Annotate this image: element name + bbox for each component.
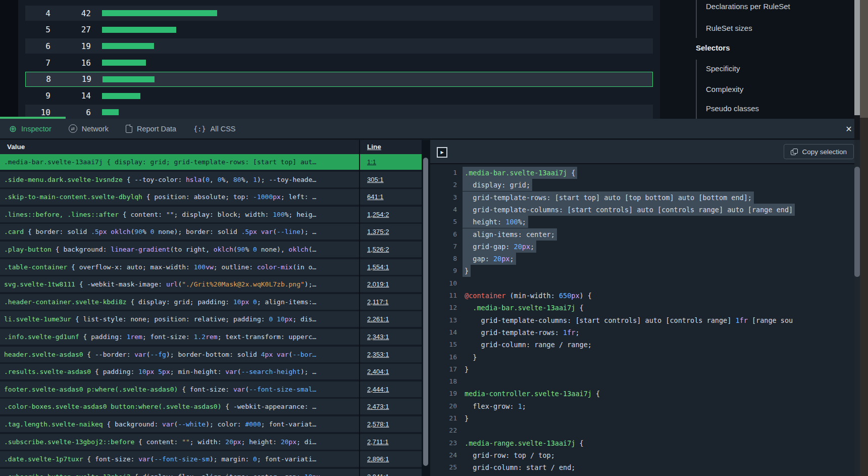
code-line[interactable]: 20 flex-grow: 1; <box>430 400 860 412</box>
code-line[interactable]: 16 } <box>430 351 860 363</box>
value-cell[interactable]: svg.svelte-1tw8111 { -webkit-mask-image:… <box>0 276 356 292</box>
code-line[interactable]: 17} <box>430 363 860 375</box>
code-line[interactable]: 2 display: grid; <box>430 179 860 191</box>
value-cell[interactable]: .table-container { overflow-x: auto; max… <box>0 259 356 275</box>
inspector-row[interactable]: .skip-to-main-content.svelte-dbylqh { po… <box>0 189 422 205</box>
line-link[interactable]: 2,117:1 <box>367 294 388 310</box>
column-header-line[interactable]: Line <box>367 140 381 154</box>
code-line[interactable]: 8 gap: 20px; <box>430 253 860 265</box>
inspector-row[interactable]: li.svelte-1ume3ur { list-style: none; po… <box>0 311 422 327</box>
code-line[interactable]: 3 grid-template-rows: [start top] auto [… <box>430 192 860 204</box>
inspector-row[interactable]: .color-boxes.svelte-asdas0 button:where(… <box>0 399 422 414</box>
line-link[interactable]: 1,554:1 <box>367 259 389 275</box>
inspector-row[interactable]: .card { border: solid .5px oklch(90% 0 n… <box>0 224 422 240</box>
line-link[interactable]: 2,941:1 <box>367 469 389 476</box>
table-scrollbar-thumb[interactable] <box>423 158 428 466</box>
inspector-row[interactable]: header.svelte-asdas0 { --border: var(--f… <box>0 347 422 362</box>
code-line[interactable]: 12 .media-bar.svelte-13aai7j { <box>430 302 860 314</box>
line-link[interactable]: 2,711:1 <box>367 434 388 450</box>
value-cell[interactable]: .play-button { background: linear-gradie… <box>0 242 356 257</box>
code-line[interactable]: 5 height: 100%; <box>430 216 860 228</box>
tab-all-css[interactable]: {:}All CSS <box>193 125 235 133</box>
chart-row[interactable]: 914 <box>25 88 653 104</box>
value-cell[interactable]: .info.svelte-gd1unf { padding: 1rem; fon… <box>0 329 356 345</box>
code-line[interactable]: 18 <box>430 375 860 388</box>
code-line[interactable]: 14 grid-template-rows: 1fr; <box>430 326 860 339</box>
value-cell[interactable]: .lines::before, .lines::after { content:… <box>0 207 356 222</box>
code-line[interactable]: 21} <box>430 412 860 424</box>
nav-item-specificity[interactable]: Specificity <box>706 64 740 73</box>
page-scrollbar-thumb[interactable] <box>854 0 860 115</box>
expand-sidebar-icon[interactable]: ▶ <box>437 147 447 158</box>
value-cell[interactable]: .header-container.svelte-kbdi8z { displa… <box>0 294 356 310</box>
line-link[interactable]: 2,404:1 <box>367 364 389 379</box>
tab-inspector[interactable]: ⊕Inspector <box>9 124 52 133</box>
inspector-row[interactable]: .table-container { overflow-x: auto; max… <box>0 259 422 275</box>
value-cell[interactable]: .date.svelte-1p7tuxr { font-size: var(--… <box>0 451 356 467</box>
inspector-row[interactable]: .results.svelte-asdas0 { padding: 10px 5… <box>0 364 422 379</box>
chart-row[interactable]: 527 <box>25 22 653 37</box>
line-link[interactable]: 1,526:2 <box>367 242 389 257</box>
line-link[interactable]: 641:1 <box>367 189 384 205</box>
code-line[interactable]: 4 grid-template-columns: [start controls… <box>430 204 860 216</box>
nav-item-declarations-per-ruleset[interactable]: Declarations per RuleSet <box>706 2 790 11</box>
inspector-row[interactable]: .subscribe-button.svelte-13gboj2 { displ… <box>0 469 422 476</box>
chart-row[interactable]: 619 <box>25 38 653 54</box>
nav-item-ruleset-sizes[interactable]: RuleSet sizes <box>706 24 752 32</box>
value-cell[interactable]: .tag.length.svelte-naikeq { background: … <box>0 416 356 432</box>
value-cell[interactable]: li.svelte-1ume3ur { list-style: none; po… <box>0 311 356 327</box>
value-cell[interactable]: .subscribe.svelte-13gboj2::before { cont… <box>0 434 356 450</box>
code-line[interactable]: 26 display: fl <box>430 474 860 476</box>
value-cell[interactable]: footer.svelte-asdas0 p:where(.svelte-asd… <box>0 382 356 397</box>
value-cell[interactable]: .media-bar.svelte-13aai7j { display: gri… <box>0 154 356 170</box>
inspector-row[interactable]: .media-bar.svelte-13aai7j { display: gri… <box>0 154 422 170</box>
close-panel-button[interactable]: ✕ <box>843 124 854 135</box>
code-line[interactable]: 24 grid-row: top / top; <box>430 449 860 461</box>
inspector-row[interactable]: svg.svelte-1tw8111 { -webkit-mask-image:… <box>0 276 422 292</box>
chart-row[interactable]: 106 <box>25 105 653 119</box>
inspector-row[interactable]: .header-container.svelte-kbdi8z { displa… <box>0 294 422 310</box>
line-link[interactable]: 2,444:1 <box>367 382 389 397</box>
value-cell[interactable]: .color-boxes.svelte-asdas0 button:where(… <box>0 399 356 414</box>
value-cell[interactable]: .results.svelte-asdas0 { padding: 10px 5… <box>0 364 356 379</box>
chart-row[interactable]: 442 <box>25 6 653 21</box>
line-link[interactable]: 2,473:1 <box>367 399 389 414</box>
line-link[interactable]: 2,896:1 <box>367 451 389 467</box>
inspector-row[interactable]: .info.svelte-gd1unf { padding: 1rem; fon… <box>0 329 422 345</box>
line-link[interactable]: 2,578:1 <box>367 416 389 432</box>
code-line[interactable]: 19media-controller.svelte-13aai7j { <box>430 388 860 400</box>
inspector-row[interactable]: .play-button { background: linear-gradie… <box>0 242 422 257</box>
code-line[interactable]: 13 grid-template-columns: [start control… <box>430 314 860 326</box>
line-link[interactable]: 305:1 <box>367 172 384 187</box>
tab-network[interactable]: ⇄Network <box>69 124 109 133</box>
code-line[interactable]: 7 grid-gap: 20px; <box>430 241 860 253</box>
code-line[interactable]: 15 grid-column: range / range; <box>430 339 860 351</box>
nav-item-pseudo-classes[interactable]: Pseudo classes <box>706 104 759 113</box>
inspector-row[interactable]: .lines::before, .lines::after { content:… <box>0 207 422 222</box>
code-scrollbar-thumb[interactable] <box>854 167 860 277</box>
inspector-row[interactable]: .subscribe.svelte-13gboj2::before { cont… <box>0 434 422 450</box>
inspector-row[interactable]: footer.svelte-asdas0 p:where(.svelte-asd… <box>0 382 422 397</box>
line-link[interactable]: 2,353:1 <box>367 347 389 362</box>
code-line[interactable]: 23.media-range.svelte-13aai7j { <box>430 437 860 449</box>
code-line[interactable]: 10 <box>430 277 860 290</box>
value-cell[interactable]: header.svelte-asdas0 { --border: var(--f… <box>0 347 356 362</box>
line-link[interactable]: 1,375:2 <box>367 224 389 240</box>
code-line[interactable]: 6 align-items: center; <box>430 228 860 241</box>
line-link[interactable]: 2,343:1 <box>367 329 389 345</box>
chart-row[interactable]: 716 <box>25 55 653 70</box>
code-line[interactable]: 9} <box>430 265 860 277</box>
inspector-row[interactable]: .side-menu.dark.svelte-1vsndze { --toy-c… <box>0 172 422 187</box>
nav-item-complexity[interactable]: Complexity <box>706 85 743 93</box>
line-link[interactable]: 1,254:2 <box>367 207 389 222</box>
code-line[interactable]: 22 <box>430 424 860 437</box>
value-cell[interactable]: .subscribe-button.svelte-13gboj2 { displ… <box>0 469 356 476</box>
copy-selection-button[interactable]: Copy selection <box>784 144 854 159</box>
line-link[interactable]: 1:1 <box>367 154 376 170</box>
chart-row[interactable]: 819 <box>25 72 653 87</box>
value-cell[interactable]: .card { border: solid .5px oklch(90% 0 n… <box>0 224 356 240</box>
code-line[interactable]: 25 grid-column: start / end; <box>430 461 860 473</box>
code-line[interactable]: 11@container (min-width: 650px) { <box>430 290 860 302</box>
tab-report-data[interactable]: Report Data <box>126 125 176 133</box>
line-link[interactable]: 2,261:1 <box>367 311 389 327</box>
